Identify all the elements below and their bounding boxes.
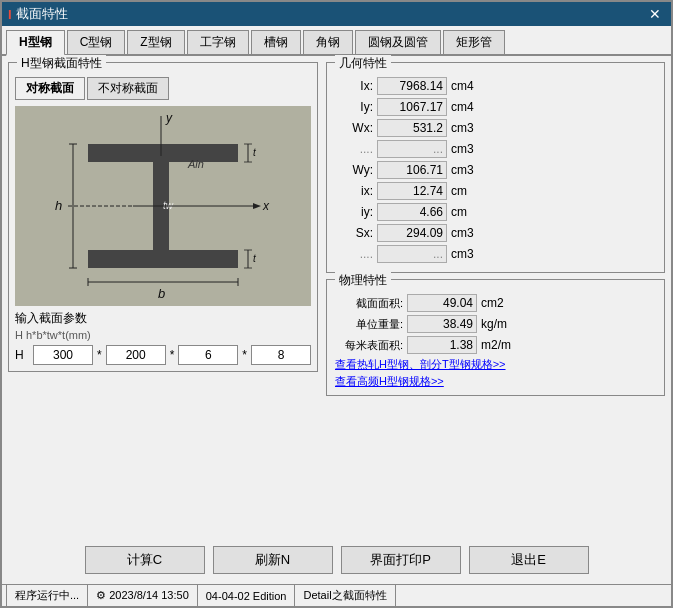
weight-label: 单位重量: — [335, 317, 403, 332]
ix-label: Ix: — [335, 79, 373, 93]
exit-button[interactable]: 退出E — [469, 546, 589, 574]
tab-rect[interactable]: 矩形管 — [443, 30, 505, 54]
sub-tabs: 对称截面 不对称截面 — [15, 77, 311, 100]
right-panel: 几何特性 Ix: 7968.14 cm4 Iy: 1067.17 cm4 Wx:… — [326, 62, 665, 536]
wy-value: 106.71 — [377, 161, 447, 179]
wx-unit: cm3 — [451, 121, 479, 135]
sx-value: 294.09 — [377, 224, 447, 242]
h-section-diagram: h b tw y — [15, 106, 311, 306]
area-value: 49.04 — [407, 294, 477, 312]
svg-text:x: x — [262, 199, 270, 213]
surface-label: 每米表面积: — [335, 338, 403, 353]
status-datetime: ⚙ 2023/8/14 13:50 — [88, 585, 198, 606]
section-params-label: 输入截面参数 — [15, 310, 311, 327]
status-detail: Detail之截面特性 — [295, 585, 395, 606]
title-bar-left: I 截面特性 — [8, 5, 68, 23]
ix-unit: cm4 — [451, 79, 479, 93]
weight-value: 38.49 — [407, 315, 477, 333]
ain-label: Ain — [187, 158, 204, 170]
phys-group-title: 物理特性 — [335, 272, 391, 289]
weight-unit: kg/m — [481, 317, 509, 331]
rx-unit: cm — [451, 184, 479, 198]
left-panel: H型钢截面特性 对称截面 不对称截面 — [8, 62, 318, 536]
params-formula: H h*b*tw*t(mm) — [15, 329, 311, 341]
tabs-bar: H型钢 C型钢 Z型钢 工字钢 槽钢 角钢 圆钢及圆管 矩形管 — [2, 26, 671, 56]
print-button[interactable]: 界面打印P — [341, 546, 461, 574]
rx-value: 12.74 — [377, 182, 447, 200]
phys-weight: 单位重量: 38.49 kg/m — [335, 315, 656, 333]
status-running: 程序运行中... — [6, 585, 88, 606]
title-icon: I — [8, 7, 12, 22]
tab-i-steel[interactable]: 工字钢 — [187, 30, 249, 54]
h-param-label: H — [15, 348, 29, 362]
tab-channel[interactable]: 槽钢 — [251, 30, 301, 54]
rx-label: ix: — [335, 184, 373, 198]
status-bar: 程序运行中... ⚙ 2023/8/14 13:50 04-04-02 Edit… — [2, 584, 671, 606]
iy-unit: cm4 — [451, 100, 479, 114]
geo-prop-rx: ix: 12.74 cm — [335, 182, 656, 200]
sx-label: Sx: — [335, 226, 373, 240]
sub-tab-symmetric[interactable]: 对称截面 — [15, 77, 85, 100]
geo-prop-sx: Sx: 294.09 cm3 — [335, 224, 656, 242]
h-steel-group: H型钢截面特性 对称截面 不对称截面 — [8, 62, 318, 372]
svg-text:h: h — [55, 198, 62, 213]
phys-group: 物理特性 截面面积: 49.04 cm2 单位重量: 38.49 kg/m 每米… — [326, 279, 665, 396]
tab-round[interactable]: 圆钢及圆管 — [355, 30, 441, 54]
iy-value: 1067.17 — [377, 98, 447, 116]
tab-angle[interactable]: 角钢 — [303, 30, 353, 54]
ry-unit: cm — [451, 205, 479, 219]
ix-value: 7968.14 — [377, 77, 447, 95]
sub-tab-asymmetric[interactable]: 不对称截面 — [87, 77, 169, 100]
h-steel-group-title: H型钢截面特性 — [17, 55, 106, 72]
main-window: I 截面特性 ✕ H型钢 C型钢 Z型钢 工字钢 槽钢 角钢 圆钢及圆管 矩形管… — [0, 0, 673, 608]
surface-unit: m2/m — [481, 338, 509, 352]
param-b-input[interactable] — [106, 345, 166, 365]
dots2-label: .... — [335, 247, 373, 261]
dots1-label: .... — [335, 142, 373, 156]
wy-label: Wy: — [335, 163, 373, 177]
ry-value: 4.66 — [377, 203, 447, 221]
wx-value: 531.2 — [377, 119, 447, 137]
surface-value: 1.38 — [407, 336, 477, 354]
svg-text:b: b — [158, 286, 165, 301]
dots2-value: ... — [377, 245, 447, 263]
geo-prop-dots2: .... ... cm3 — [335, 245, 656, 263]
tab-z-steel[interactable]: Z型钢 — [127, 30, 184, 54]
link-hot-rolled[interactable]: 查看热轧H型钢、剖分T型钢规格>> — [335, 357, 656, 372]
iy-label: Iy: — [335, 100, 373, 114]
geo-prop-dots1: .... ... cm3 — [335, 140, 656, 158]
close-button[interactable]: ✕ — [645, 6, 665, 22]
svg-rect-1 — [88, 144, 238, 162]
dots1-unit: cm3 — [451, 142, 479, 156]
dots2-unit: cm3 — [451, 247, 479, 261]
title-text: 截面特性 — [16, 5, 68, 23]
param-h-input[interactable] — [33, 345, 93, 365]
main-area: H型钢截面特性 对称截面 不对称截面 — [8, 62, 665, 536]
tab-c-steel[interactable]: C型钢 — [67, 30, 126, 54]
wy-unit: cm3 — [451, 163, 479, 177]
refresh-button[interactable]: 刷新N — [213, 546, 333, 574]
calc-button[interactable]: 计算C — [85, 546, 205, 574]
geo-prop-ry: iy: 4.66 cm — [335, 203, 656, 221]
tab-h-steel[interactable]: H型钢 — [6, 30, 65, 56]
ry-label: iy: — [335, 205, 373, 219]
area-label: 截面面积: — [335, 296, 403, 311]
status-edition: 04-04-02 Edition — [198, 585, 296, 606]
buttons-row: 计算C 刷新N 界面打印P 退出E — [8, 542, 665, 578]
phys-area: 截面面积: 49.04 cm2 — [335, 294, 656, 312]
svg-text:y: y — [165, 111, 173, 125]
param-t-input[interactable] — [251, 345, 311, 365]
h-svg: h b tw y — [15, 106, 311, 306]
param-tw-input[interactable] — [178, 345, 238, 365]
area-unit: cm2 — [481, 296, 509, 310]
input-params: 输入截面参数 H h*b*tw*t(mm) H * * * — [15, 310, 311, 365]
link-high-freq[interactable]: 查看高频H型钢规格>> — [335, 374, 656, 389]
geo-group-title: 几何特性 — [335, 55, 391, 72]
geo-group: 几何特性 Ix: 7968.14 cm4 Iy: 1067.17 cm4 Wx:… — [326, 62, 665, 273]
title-bar: I 截面特性 ✕ — [2, 2, 671, 26]
content-area: H型钢截面特性 对称截面 不对称截面 — [2, 56, 671, 584]
svg-rect-3 — [88, 250, 238, 268]
geo-prop-iy: Iy: 1067.17 cm4 — [335, 98, 656, 116]
phys-surface: 每米表面积: 1.38 m2/m — [335, 336, 656, 354]
geo-prop-wx: Wx: 531.2 cm3 — [335, 119, 656, 137]
